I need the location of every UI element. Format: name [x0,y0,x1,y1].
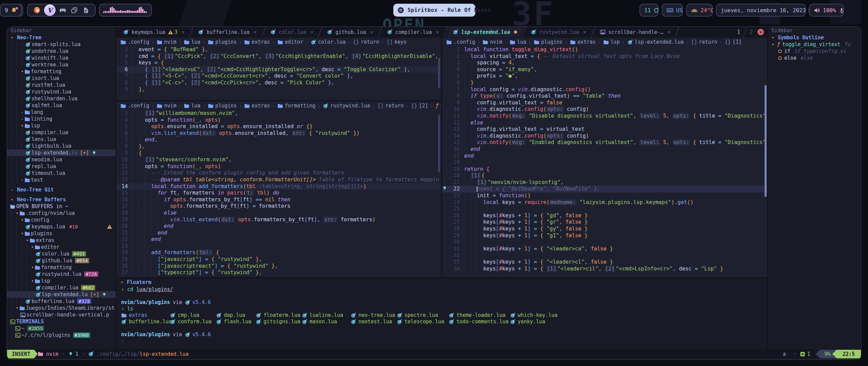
tab-rustywind-lua[interactable]: rustywind.lua× [524,27,593,37]
chevron-right-icon[interactable]: ▸ [20,117,24,121]
chevron-down-icon[interactable]: ▾ [30,279,35,283]
symbols-outline-sidebar[interactable]: Sidebar▾Symbols Outline▾ƒtoggle_diag_vir… [767,27,861,350]
music-player-pill[interactable]: Spiritbox - Rule Of Nines [393,4,475,17]
tree-row[interactable]: ││▾lsp [7,122,116,129]
tree-row[interactable]: TERMINALS [7,318,116,325]
tree-row[interactable]: │││││color.lua#493 [7,250,116,257]
widget-weather[interactable]: 24°C [686,4,713,17]
tree-row[interactable]: │││││compiler.lua#682 [7,284,116,291]
editor-pane-color-lua[interactable]: .config›nvim›lua›plugins›extras›editor›c… [116,38,441,100]
breadcrumb-item[interactable]: editor [277,39,303,45]
tree-row[interactable]: │││lens.lua [7,136,116,143]
tab-close-icon[interactable]: × [310,29,313,35]
dock-item-gamepad[interactable] [58,6,67,15]
tab-close-icon[interactable]: × [254,29,257,35]
tree-row[interactable]: ││││▾formatting [7,264,116,271]
breadcrumb-item[interactable]: lsp [603,39,620,45]
tree-row[interactable]: │~#2859 [7,325,116,332]
chevron-down-icon[interactable]: ▾ [120,280,124,285]
tree-row[interactable]: ││▾formatting [7,68,116,75]
tree-row[interactable]: │││undotree.lua [7,48,116,55]
tree-row[interactable]: │││lsp-extended.lu[+] [7,149,116,156]
breadcrumb-item[interactable]: .config [120,39,149,45]
chevron-down-icon[interactable]: ▾ [10,35,14,40]
section-neo-tree-git[interactable]: ▸Neo-Tree Git [7,186,116,193]
chevron-down-icon[interactable]: ▾ [10,197,14,202]
tab-bufferline-lua[interactable]: bufferline.lua× [191,27,263,37]
widget-updates[interactable]: 11 [639,4,658,17]
breadcrumb-item[interactable]: lua [184,39,200,45]
breadcrumb-item[interactable]: color.lua [311,39,346,45]
chevron-down-icon[interactable]: ▾ [15,211,19,216]
tree-row[interactable]: │││shellharden.lua [7,95,116,102]
tree-row[interactable]: │▾.config/nvim/lua [7,210,116,217]
tabpage-current[interactable]: 1 [737,29,740,35]
tree-row[interactable]: │~/.c/n/l/plugins#3980 [7,332,116,339]
breadcrumb-item[interactable]: []return [691,39,717,45]
tree-row[interactable]: ││││└lsp-extended.lu[+] [7,291,116,298]
tree-row[interactable]: ││▾config [7,217,116,223]
tab-close-icon[interactable]: × [667,29,670,35]
tab-compiler-lua[interactable]: compiler.lua× [380,27,446,37]
tree-row[interactable]: ││▾plugins [7,230,116,237]
editor-pane-lsp-extended-lua[interactable]: .config›nvim›lua›plugins›extras›lsp›lsp-… [441,38,767,277]
tab-close-icon[interactable]: × [436,29,439,35]
dock-item-neovim[interactable]: V [44,4,56,16]
chevron-down-icon[interactable]: ▾ [20,123,24,128]
tree-row[interactable]: │││lightbulb.lua [7,143,116,149]
chevron-down-icon[interactable]: ▾ [30,245,35,249]
neotree-sidebar[interactable]: Sidebar▾Neo-Tree│││smart-splits.lua│││un… [7,27,116,350]
chevron-right-icon[interactable]: ▸ [10,187,14,192]
tree-row[interactable]: │││winshift.lua [7,55,116,61]
chevron-down-icon[interactable]: ▾ [20,218,24,222]
tree-row[interactable]: ││││▾editor [7,244,116,250]
chevron-down-icon[interactable]: ▾ [771,35,775,40]
tree-row[interactable]: ││▸linting [7,116,116,122]
tab-close-icon[interactable]: × [181,29,184,35]
tab-color-lua[interactable]: color.lua× [263,27,320,37]
breadcrumb-item[interactable]: extras [570,39,596,45]
tree-row[interactable]: ││└worktree.lua [7,61,116,68]
tab-close-icon[interactable]: × [583,29,586,35]
tree-row[interactable]: ││││▾lsp [7,278,116,284]
outline-row[interactable]: elseelse [768,55,861,61]
tree-row[interactable]: │││smart-splits.lua [7,41,116,48]
widget-audio[interactable]: 100% [809,4,844,17]
tree-row[interactable]: ││└timeout.lua [7,170,116,177]
tree-row[interactable]: │││▾extras [7,237,116,244]
tree-row[interactable]: │││compiler.lua [7,129,116,136]
tab-lsp-extended-lua[interactable]: lsp-extended.lua [446,27,524,37]
floaterm-terminal[interactable]: ▾Floaterm›cdlua/plugins/nvim/lua/plugins… [116,278,767,350]
dock-item-firefox[interactable] [33,6,41,15]
dock-item-windows[interactable] [70,6,79,15]
section-symbols-outline[interactable]: ▾Symbols Outline [768,34,861,41]
breadcrumb-item[interactable]: {}return [353,39,379,45]
breadcrumb-item[interactable]: nvim [482,39,502,45]
chevron-right-icon[interactable]: ▸ [20,178,24,182]
scrollbar-handle[interactable] [765,85,767,197]
tree-row[interactable]: ││││└github.lua#654 [7,257,116,264]
chevron-down-icon[interactable]: ▾ [25,238,29,243]
breadcrumb-item[interactable]: plugins [208,39,237,45]
tree-row[interactable]: │▾Juegos/Indies/SteamLibrary/st [7,305,116,311]
breadcrumb-item[interactable]: lua [184,103,200,109]
breadcrumb-item[interactable]: plugins [534,39,563,45]
tree-row[interactable]: ││▸test [7,177,116,183]
tab-scrollbar-handle-[interactable]: scrollbar-handle-…× [593,27,677,37]
breadcrumb-item[interactable]: formatting [277,103,315,109]
breadcrumb-item[interactable]: extras [244,39,270,45]
breadcrumb-item[interactable]: nvim [157,103,176,109]
widget-keyboard[interactable]: US [662,4,683,17]
tree-row[interactable]: ││└keymaps.lua#10 [7,223,116,230]
breadcrumb-item[interactable]: {}[2] [411,103,428,109]
chevron-down-icon[interactable]: ▾ [20,69,24,74]
section-neo-tree[interactable]: ▾Neo-Tree [7,34,116,41]
tabline-close-button[interactable]: × [757,29,764,35]
tree-row[interactable]: ││└bufferline.lua#328 [7,298,116,305]
breadcrumb-item[interactable]: []return [377,103,403,109]
outline-row[interactable]: ▾ƒtoggle_diag_virtextfu [768,41,861,48]
breadcrumb-item[interactable]: .config [120,103,149,109]
section-neo-tree-buffers[interactable]: ▾Neo-Tree Buffers [7,196,116,203]
tabpage-other[interactable]: 2 [750,29,753,35]
tree-row[interactable]: │││rustfmt.lua [7,82,116,88]
